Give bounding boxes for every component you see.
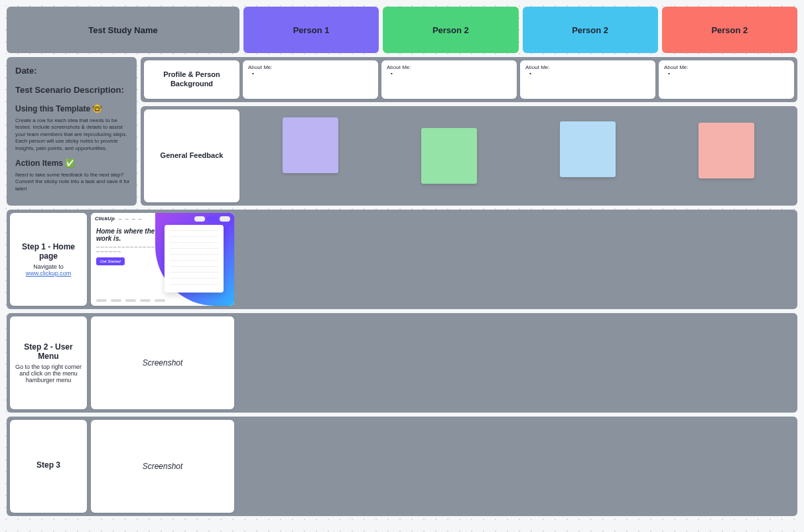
about-card-4[interactable]: About Me: •: [659, 60, 794, 99]
step-1-title: Step 1 - Home page: [14, 242, 83, 261]
mock-headline: Home is where the work is.: [96, 228, 157, 242]
bullet-icon: •: [248, 70, 254, 76]
scenario-label: Test Scenario Description:: [15, 85, 130, 95]
step-2-label-card[interactable]: Step 2 - User Menu Go to the top right c…: [10, 316, 87, 409]
clickup-logo: ClickUp: [95, 216, 115, 222]
feedback-slot-2: [381, 109, 517, 202]
step-2-title: Step 2 - User Menu: [14, 342, 83, 361]
actions-desc: Need to take some feedback to the next s…: [15, 172, 130, 192]
step-1-label-card[interactable]: Step 1 - Home page Navigate to www.click…: [10, 213, 87, 306]
step-row-3: Step 3 Screenshot: [7, 417, 797, 516]
step-1-desc-text: Navigate to: [33, 263, 64, 270]
sticky-note-1[interactable]: [283, 117, 338, 173]
feedback-slot-4: [659, 109, 794, 202]
about-card-1[interactable]: About Me: •: [243, 60, 378, 99]
header-row: Test Study Name Person 1 Person 2 Person…: [7, 7, 797, 53]
step-3-notes-area[interactable]: [238, 420, 794, 513]
step-3-screenshot[interactable]: Screenshot: [91, 420, 234, 513]
mock-primary-button: Get Started: [96, 257, 125, 265]
bullet-icon: •: [525, 70, 531, 76]
step-3-title: Step 3: [36, 460, 60, 470]
step-1-desc: Navigate to www.clickup.com: [14, 263, 83, 277]
step-row-2: Step 2 - User Menu Go to the top right c…: [7, 313, 797, 413]
mock-subhead: — — — — — — — — — — — — — — — — — — — —: [96, 245, 157, 253]
mock-logostrip: [96, 299, 165, 302]
date-label: Date:: [15, 66, 130, 76]
feedback-group: General Feedback: [141, 106, 797, 206]
whiteboard-canvas[interactable]: Test Study Name Person 1 Person 2 Person…: [7, 7, 797, 516]
profile-feedback-stack: Profile & Person Background About Me: • …: [141, 57, 797, 206]
about-me-label: About Me:: [525, 64, 549, 70]
feedback-slot-1: [243, 109, 378, 202]
feedback-slot-3: [520, 109, 655, 202]
study-name-cell[interactable]: Test Study Name: [7, 7, 239, 53]
sticky-note-2[interactable]: [421, 128, 477, 184]
sticky-note-4[interactable]: [699, 123, 754, 178]
bullet-icon: •: [387, 70, 393, 76]
step-1-link[interactable]: www.clickup.com: [26, 270, 72, 277]
person-header-3[interactable]: Person 2: [523, 7, 658, 53]
template-desc: Create a row for each idea that needs to…: [15, 117, 130, 152]
clickup-mock: ClickUp ———— Home is where the work is. …: [91, 213, 234, 306]
step-1-screenshot[interactable]: ClickUp ———— Home is where the work is. …: [91, 213, 234, 306]
step-2-screenshot[interactable]: Screenshot: [91, 316, 234, 409]
actions-heading: Action Items ✅: [15, 159, 130, 168]
about-card-2[interactable]: About Me: •: [381, 60, 517, 99]
about-me-label: About Me:: [664, 64, 688, 70]
feedback-label-card[interactable]: General Feedback: [144, 109, 239, 202]
screenshot-placeholder-text: Screenshot: [143, 462, 183, 471]
mock-cta: [194, 216, 230, 222]
profile-label-card[interactable]: Profile & Person Background: [144, 60, 239, 99]
person-header-4[interactable]: Person 2: [662, 7, 797, 53]
instructions-card[interactable]: Date: Test Scenario Description: Using t…: [7, 57, 137, 206]
step-2-desc: Go to the top right corner and click on …: [14, 364, 83, 383]
bullet-icon: •: [664, 70, 670, 76]
step-1-notes-area[interactable]: [238, 213, 794, 306]
step-2-notes-area[interactable]: [238, 316, 794, 409]
template-heading: Using this Template 🤓: [15, 104, 130, 113]
about-me-label: About Me:: [387, 64, 411, 70]
screenshot-placeholder-text: Screenshot: [143, 358, 183, 367]
profile-group: Profile & Person Background About Me: • …: [141, 57, 797, 102]
sticky-note-3[interactable]: [560, 121, 616, 177]
about-me-label: About Me:: [248, 64, 272, 70]
person-header-1[interactable]: Person 1: [243, 7, 379, 53]
mock-nav: ————: [119, 217, 142, 221]
step-3-label-card[interactable]: Step 3: [10, 420, 87, 513]
step-row-1: Step 1 - Home page Navigate to www.click…: [7, 210, 797, 309]
person-header-2[interactable]: Person 2: [383, 7, 518, 53]
about-card-3[interactable]: About Me: •: [520, 60, 655, 99]
info-strip: Date: Test Scenario Description: Using t…: [7, 57, 797, 206]
